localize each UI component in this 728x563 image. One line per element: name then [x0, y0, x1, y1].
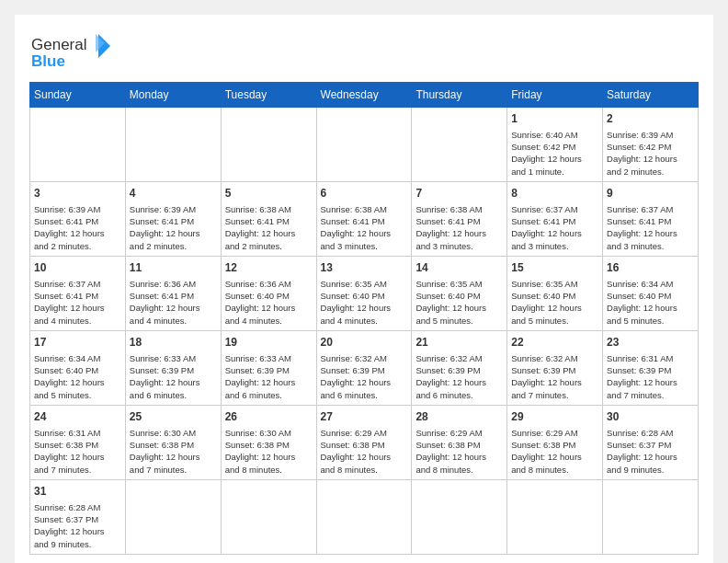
day-of-week-header: Tuesday — [221, 83, 316, 108]
day-info: Sunrise: 6:38 AM Sunset: 6:41 PM Dayligh… — [415, 203, 503, 252]
day-cell — [507, 479, 603, 554]
day-cell: 23Sunrise: 6:31 AM Sunset: 6:39 PM Dayli… — [603, 330, 699, 405]
day-cell: 2Sunrise: 6:39 AM Sunset: 6:42 PM Daylig… — [603, 108, 699, 182]
day-cell: 21Sunrise: 6:32 AM Sunset: 6:39 PM Dayli… — [412, 330, 507, 405]
day-cell: 4Sunrise: 6:39 AM Sunset: 6:41 PM Daylig… — [125, 181, 221, 256]
day-number: 2 — [607, 111, 694, 127]
day-of-week-header: Wednesday — [316, 83, 412, 108]
day-info: Sunrise: 6:28 AM Sunset: 6:37 PM Dayligh… — [34, 501, 121, 550]
day-number: 23 — [607, 335, 694, 350]
day-cell: 29Sunrise: 6:29 AM Sunset: 6:38 PM Dayli… — [507, 405, 603, 479]
day-number: 30 — [607, 409, 694, 425]
day-cell: 9Sunrise: 6:37 AM Sunset: 6:41 PM Daylig… — [603, 181, 699, 256]
day-number: 1 — [511, 111, 598, 127]
day-cell: 19Sunrise: 6:33 AM Sunset: 6:39 PM Dayli… — [221, 330, 316, 405]
day-number: 9 — [607, 186, 694, 201]
day-info: Sunrise: 6:40 AM Sunset: 6:42 PM Dayligh… — [511, 129, 598, 178]
week-row: 1Sunrise: 6:40 AM Sunset: 6:42 PM Daylig… — [30, 108, 699, 182]
day-number: 29 — [511, 409, 598, 425]
day-cell: 27Sunrise: 6:29 AM Sunset: 6:38 PM Dayli… — [316, 405, 412, 479]
day-cell: 24Sunrise: 6:31 AM Sunset: 6:38 PM Dayli… — [30, 405, 126, 479]
header: General Blue — [29, 29, 699, 71]
calendar-table: SundayMondayTuesdayWednesdayThursdayFrid… — [29, 82, 699, 555]
day-cell: 17Sunrise: 6:34 AM Sunset: 6:40 PM Dayli… — [30, 330, 126, 405]
svg-text:Blue: Blue — [31, 52, 65, 70]
day-cell: 25Sunrise: 6:30 AM Sunset: 6:38 PM Dayli… — [125, 405, 221, 479]
day-cell — [125, 479, 221, 554]
day-of-week-header: Saturday — [603, 83, 699, 108]
day-cell: 15Sunrise: 6:35 AM Sunset: 6:40 PM Dayli… — [507, 256, 603, 330]
day-number: 15 — [511, 260, 598, 276]
day-number: 26 — [225, 409, 313, 425]
logo: General Blue — [29, 29, 112, 71]
day-number: 7 — [415, 186, 503, 201]
day-cell — [412, 108, 507, 182]
day-info: Sunrise: 6:35 AM Sunset: 6:40 PM Dayligh… — [321, 278, 408, 327]
day-cell — [316, 108, 412, 182]
day-cell: 22Sunrise: 6:32 AM Sunset: 6:39 PM Dayli… — [507, 330, 603, 405]
day-number: 17 — [34, 335, 121, 350]
day-info: Sunrise: 6:28 AM Sunset: 6:37 PM Dayligh… — [607, 427, 694, 476]
day-cell: 30Sunrise: 6:28 AM Sunset: 6:37 PM Dayli… — [603, 405, 699, 479]
day-number: 5 — [225, 186, 313, 201]
day-number: 16 — [607, 260, 694, 276]
week-row: 3Sunrise: 6:39 AM Sunset: 6:41 PM Daylig… — [30, 181, 699, 256]
day-info: Sunrise: 6:29 AM Sunset: 6:38 PM Dayligh… — [511, 427, 598, 476]
day-number: 3 — [34, 186, 121, 201]
day-cell: 31Sunrise: 6:28 AM Sunset: 6:37 PM Dayli… — [30, 479, 126, 554]
generalblue-logo-svg: General Blue — [29, 29, 112, 71]
day-number: 20 — [321, 335, 408, 350]
week-row: 17Sunrise: 6:34 AM Sunset: 6:40 PM Dayli… — [30, 330, 699, 405]
day-number: 27 — [321, 409, 408, 425]
day-info: Sunrise: 6:31 AM Sunset: 6:39 PM Dayligh… — [607, 352, 694, 401]
day-info: Sunrise: 6:30 AM Sunset: 6:38 PM Dayligh… — [130, 427, 217, 476]
day-number: 12 — [225, 260, 313, 276]
day-of-week-header: Sunday — [30, 83, 126, 108]
day-cell — [125, 108, 221, 182]
day-cell — [30, 108, 126, 182]
day-number: 14 — [415, 260, 503, 276]
day-cell: 11Sunrise: 6:36 AM Sunset: 6:41 PM Dayli… — [125, 256, 221, 330]
day-cell — [603, 479, 699, 554]
day-info: Sunrise: 6:37 AM Sunset: 6:41 PM Dayligh… — [34, 278, 121, 327]
day-info: Sunrise: 6:35 AM Sunset: 6:40 PM Dayligh… — [415, 278, 503, 327]
day-cell: 20Sunrise: 6:32 AM Sunset: 6:39 PM Dayli… — [316, 330, 412, 405]
week-row: 24Sunrise: 6:31 AM Sunset: 6:38 PM Dayli… — [30, 405, 699, 479]
day-number: 21 — [415, 335, 503, 350]
day-cell: 5Sunrise: 6:38 AM Sunset: 6:41 PM Daylig… — [221, 181, 316, 256]
day-cell: 16Sunrise: 6:34 AM Sunset: 6:40 PM Dayli… — [603, 256, 699, 330]
day-of-week-header: Friday — [507, 83, 603, 108]
day-cell: 3Sunrise: 6:39 AM Sunset: 6:41 PM Daylig… — [30, 181, 126, 256]
day-info: Sunrise: 6:30 AM Sunset: 6:38 PM Dayligh… — [225, 427, 313, 476]
day-info: Sunrise: 6:32 AM Sunset: 6:39 PM Dayligh… — [321, 352, 408, 401]
day-number: 10 — [34, 260, 121, 276]
day-cell: 26Sunrise: 6:30 AM Sunset: 6:38 PM Dayli… — [221, 405, 316, 479]
day-info: Sunrise: 6:32 AM Sunset: 6:39 PM Dayligh… — [511, 352, 598, 401]
day-cell: 1Sunrise: 6:40 AM Sunset: 6:42 PM Daylig… — [507, 108, 603, 182]
day-cell: 14Sunrise: 6:35 AM Sunset: 6:40 PM Dayli… — [412, 256, 507, 330]
day-info: Sunrise: 6:36 AM Sunset: 6:41 PM Dayligh… — [130, 278, 217, 327]
day-info: Sunrise: 6:33 AM Sunset: 6:39 PM Dayligh… — [130, 352, 217, 401]
day-cell: 28Sunrise: 6:29 AM Sunset: 6:38 PM Dayli… — [412, 405, 507, 479]
day-number: 31 — [34, 484, 121, 500]
day-info: Sunrise: 6:29 AM Sunset: 6:38 PM Dayligh… — [321, 427, 408, 476]
day-number: 4 — [130, 186, 217, 201]
day-info: Sunrise: 6:31 AM Sunset: 6:38 PM Dayligh… — [34, 427, 121, 476]
day-info: Sunrise: 6:35 AM Sunset: 6:40 PM Dayligh… — [511, 278, 598, 327]
day-info: Sunrise: 6:34 AM Sunset: 6:40 PM Dayligh… — [34, 352, 121, 401]
day-of-week-header: Thursday — [412, 83, 507, 108]
day-cell — [316, 479, 412, 554]
day-info: Sunrise: 6:39 AM Sunset: 6:42 PM Dayligh… — [607, 129, 694, 178]
day-cell: 12Sunrise: 6:36 AM Sunset: 6:40 PM Dayli… — [221, 256, 316, 330]
day-info: Sunrise: 6:32 AM Sunset: 6:39 PM Dayligh… — [415, 352, 503, 401]
svg-text:General: General — [31, 36, 86, 53]
day-number: 13 — [321, 260, 408, 276]
day-cell — [412, 479, 507, 554]
day-cell: 13Sunrise: 6:35 AM Sunset: 6:40 PM Dayli… — [316, 256, 412, 330]
day-cell — [221, 108, 316, 182]
day-cell: 18Sunrise: 6:33 AM Sunset: 6:39 PM Dayli… — [125, 330, 221, 405]
day-number: 18 — [130, 335, 217, 350]
day-cell: 10Sunrise: 6:37 AM Sunset: 6:41 PM Dayli… — [30, 256, 126, 330]
day-info: Sunrise: 6:39 AM Sunset: 6:41 PM Dayligh… — [130, 203, 217, 252]
day-number: 22 — [511, 335, 598, 350]
